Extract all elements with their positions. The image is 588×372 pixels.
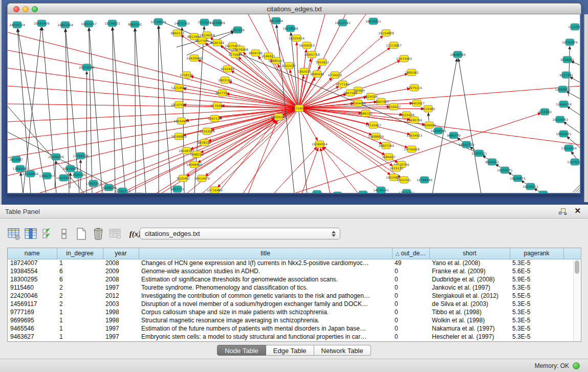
- graph-node[interactable]: 9242848: [221, 65, 234, 72]
- table-row[interactable]: 911546021997Tourette syndrome. Phenomeno…: [8, 283, 581, 292]
- graph-node[interactable]: 17016504: [561, 145, 577, 151]
- column-header-short[interactable]: short: [429, 248, 510, 259]
- graph-node[interactable]: 12975115: [406, 84, 422, 91]
- graph-node[interactable]: 10807467: [373, 98, 389, 105]
- close-panel-icon[interactable]: ✕: [574, 206, 581, 215]
- graph-node[interactable]: 14136141: [373, 187, 389, 193]
- graph-node[interactable]: 9170083: [210, 102, 224, 109]
- graph-node[interactable]: 14099489: [186, 161, 202, 168]
- graph-node[interactable]: 9827505: [195, 37, 209, 44]
- graph-node[interactable]: 19204512: [522, 183, 538, 190]
- graph-node[interactable]: 10653257: [81, 20, 97, 27]
- tab-network-table[interactable]: Network Table: [314, 345, 371, 356]
- graph-node[interactable]: 16782753: [115, 188, 130, 193]
- table-row[interactable]: 1830029562008Estimation of significance …: [8, 275, 581, 283]
- graph-node[interactable]: 15276021: [104, 20, 120, 27]
- resize-handle[interactable]: [578, 190, 580, 192]
- graph-node[interactable]: 22420046: [186, 55, 202, 61]
- memory-ok-icon[interactable]: [573, 362, 580, 369]
- graph-node[interactable]: 7955812: [315, 59, 329, 65]
- column-header-pagerank[interactable]: pagerank: [510, 248, 563, 259]
- graph-node[interactable]: 1615132: [389, 165, 403, 171]
- column-header-title[interactable]: title: [139, 248, 392, 259]
- graph-node[interactable]: 19654935: [173, 118, 189, 124]
- table-row[interactable]: 946362711997Embryonic stem cells: a mode…: [8, 333, 581, 341]
- graph-node[interactable]: 15885207: [268, 57, 284, 64]
- graph-node[interactable]: 15716485: [207, 187, 223, 193]
- graph-node[interactable]: 17534261: [399, 189, 415, 193]
- graph-node[interactable]: 8186328: [210, 39, 224, 46]
- column-header-year[interactable]: year: [103, 248, 139, 259]
- table-selector-dropdown[interactable]: citations_edges.txt: [140, 228, 340, 239]
- table-row[interactable]: 977716911998Corpus callosum shape and si…: [8, 308, 581, 316]
- graph-node[interactable]: 8454749: [249, 50, 263, 56]
- column-header-name[interactable]: name: [8, 248, 57, 259]
- select-rows-icon[interactable]: [41, 227, 54, 240]
- graph-node[interactable]: 16914479: [194, 175, 210, 182]
- table-row[interactable]: 1872400712008Changes of HCN gene express…: [8, 259, 581, 267]
- graph-node[interactable]: 16648784: [450, 51, 466, 58]
- tab-edge-table[interactable]: Edge Table: [266, 345, 314, 356]
- graph-node[interactable]: 15692971: [556, 130, 572, 137]
- graph-node[interactable]: 18107554: [171, 101, 187, 108]
- row-options-icon[interactable]: [58, 227, 71, 240]
- graph-node[interactable]: 10325419: [289, 35, 304, 41]
- graph-node[interactable]: 11451942: [56, 174, 72, 181]
- graph-node[interactable]: 19218596: [282, 25, 298, 32]
- network-window-titlebar[interactable]: citations_edges.txt: [7, 3, 581, 14]
- graph-node[interactable]: 10453271: [497, 167, 513, 173]
- graph-node[interactable]: 16409310: [299, 42, 315, 49]
- scrollbar-thumb[interactable]: [575, 260, 579, 274]
- graph-node[interactable]: 8466160: [128, 21, 142, 28]
- graph-node[interactable]: 19384554: [312, 141, 328, 147]
- graph-node[interactable]: 17359928: [73, 152, 89, 159]
- network-graph[interactable]: 2405572420691406198619041065325715276021…: [8, 14, 580, 193]
- graph-node[interactable]: 16791234: [309, 190, 325, 193]
- graph-node[interactable]: 9245013: [536, 191, 550, 193]
- float-panel-icon[interactable]: [559, 208, 567, 215]
- graph-node[interactable]: 18807249: [378, 142, 394, 149]
- tab-node-table[interactable]: Node Table: [217, 345, 266, 356]
- graph-node[interactable]: 7625402: [176, 175, 190, 182]
- graph-node[interactable]: 5498222: [190, 151, 204, 158]
- graph-node[interactable]: 10719195: [150, 18, 166, 25]
- graph-node[interactable]: 12213589: [171, 84, 187, 91]
- graph-node[interactable]: 26876821: [365, 18, 381, 25]
- column-header-out_de[interactable]: △out_de…: [392, 248, 429, 259]
- delete-rows-icon[interactable]: [92, 227, 105, 240]
- graph-node[interactable]: 18203456: [355, 191, 371, 193]
- column-header-in_degree[interactable]: in_degree: [57, 248, 103, 259]
- graph-node[interactable]: 15720407: [365, 122, 381, 128]
- graph-node[interactable]: 8878332: [198, 139, 211, 146]
- table-row[interactable]: 2242004622012Investigating the contribut…: [8, 292, 581, 300]
- graph-node[interactable]: 3913987: [9, 156, 23, 163]
- graph-node[interactable]: 8593412: [485, 159, 499, 165]
- graph-node[interactable]: 16913741: [335, 19, 351, 26]
- delete-table-icon[interactable]: [108, 227, 122, 240]
- graph-node[interactable]: 15751074: [562, 39, 578, 46]
- resize-handle[interactable]: [575, 188, 580, 192]
- graph-node[interactable]: 9485779: [447, 132, 461, 139]
- graph-node[interactable]: 1362615: [297, 68, 311, 75]
- graph-node[interactable]: 12444159: [556, 101, 572, 107]
- graph-node[interactable]: 3624554: [364, 93, 378, 100]
- table-settings-icon[interactable]: [7, 227, 20, 240]
- graph-node[interactable]: 9227342: [559, 72, 573, 78]
- graph-node[interactable]: 3267130: [208, 115, 222, 122]
- graph-node[interactable]: 3175685: [228, 51, 242, 58]
- graph-node[interactable]: 9890448: [310, 71, 324, 77]
- network-canvas[interactable]: 2405572420691406198619041065325715276021…: [7, 14, 580, 193]
- table-row[interactable]: 1938455462009Genome-wide association stu…: [8, 267, 581, 275]
- graph-node[interactable]: 6216017: [387, 103, 401, 110]
- graph-node[interactable]: 8322037: [282, 62, 296, 69]
- graph-node[interactable]: 19861904: [57, 21, 73, 28]
- graph-node[interactable]: 20691406: [34, 20, 50, 27]
- graph-node[interactable]: 3684067: [382, 154, 396, 160]
- graph-node[interactable]: 16033809: [209, 19, 225, 26]
- new-table-icon[interactable]: [75, 227, 88, 240]
- graph-node[interactable]: 2522541: [397, 177, 411, 183]
- graph-node[interactable]: 9857771: [170, 186, 184, 192]
- graph-node[interactable]: 20206576: [48, 154, 64, 160]
- table-row[interactable]: 969969511998Structural magnetic resonanc…: [8, 316, 581, 324]
- graph-node[interactable]: 13942757: [39, 172, 55, 179]
